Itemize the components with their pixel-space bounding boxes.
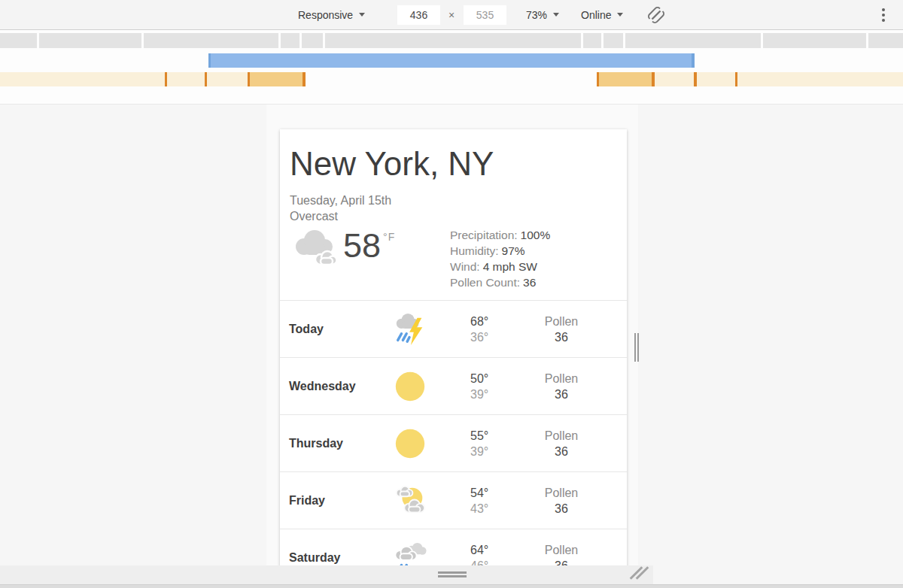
- forecast-day-label: Friday: [280, 494, 378, 508]
- ruler-block: [583, 33, 601, 48]
- page-title: New York, NY: [290, 144, 616, 183]
- media-query-segment-medium[interactable]: [250, 72, 303, 86]
- device-type-label: Responsive: [298, 9, 353, 21]
- forecast-row-friday: Friday 54°43° Pollen36: [280, 472, 627, 529]
- temperature-unit: °F: [383, 231, 395, 243]
- media-query-segment-light[interactable]: [737, 72, 903, 86]
- device-type-select[interactable]: Responsive: [298, 0, 365, 29]
- media-query-bars-area: [0, 30, 903, 105]
- current-condition: Overcast: [290, 208, 627, 224]
- ruler-block: [302, 33, 323, 48]
- zoom-select[interactable]: 73%: [526, 0, 559, 29]
- window-bottom-edge: [0, 584, 903, 588]
- media-query-segment-light[interactable]: [207, 72, 248, 86]
- ruler-block: [763, 33, 866, 48]
- vertical-ellipsis-menu-icon[interactable]: [874, 7, 892, 23]
- forecast-day-label: Wednesday: [280, 380, 378, 393]
- viewport-width-input[interactable]: 436: [397, 5, 440, 25]
- forecast-temps: 68°36°: [442, 314, 512, 345]
- forecast-row-thursday: Thursday 55°39° Pollen36: [280, 415, 627, 472]
- ruler-block: [144, 33, 278, 48]
- media-query-segment-light[interactable]: [697, 72, 735, 86]
- current-temperature: 58°F: [343, 227, 395, 272]
- viewport-height-input[interactable]: 535: [464, 5, 506, 25]
- sunny-icon: [393, 426, 427, 461]
- detail-pollen-count: Pollen Count:36: [450, 274, 550, 290]
- forecast-row-today: Today 68°36° Pollen36: [280, 301, 627, 358]
- canvas-lower-strip: [0, 565, 653, 584]
- current-date: Tuesday, April 15th: [290, 192, 627, 208]
- forecast-pollen: Pollen36: [512, 485, 611, 517]
- media-query-bar-min-width[interactable]: [208, 53, 695, 68]
- zoom-level-label: 73%: [526, 9, 547, 21]
- chevron-down-icon: [553, 13, 559, 17]
- weather-details-list: Precipitation:100% Humidity:97% Wind:4 m…: [450, 227, 550, 290]
- partly-cloudy-icon: [393, 483, 427, 518]
- viewport-bottom-resize-handle[interactable]: [438, 571, 467, 578]
- forecast-temps: 64°46°: [442, 542, 512, 566]
- device-toolbar: Responsive 436 × 535 73% Online: [0, 0, 903, 30]
- media-query-bar-max-width: [0, 72, 903, 86]
- forecast-pollen: Pollen36: [512, 371, 611, 402]
- ruler-block: [625, 33, 761, 48]
- ruler-block: [868, 33, 903, 48]
- ruler-block: [281, 33, 299, 48]
- forecast-temps: 54°43°: [442, 485, 512, 517]
- ruler-block: [39, 33, 141, 48]
- thunderstorm-icon: [393, 312, 427, 347]
- dimension-separator: ×: [445, 0, 458, 29]
- media-query-segment-divider: [303, 72, 306, 86]
- forecast-row-saturday: Saturday 64°46° Pollen36: [280, 529, 627, 565]
- ruler-block: [325, 33, 581, 48]
- forecast-pollen: Pollen36: [512, 314, 611, 345]
- forecast-day-label: Thursday: [280, 437, 378, 450]
- chevron-down-icon: [359, 13, 365, 17]
- detail-precipitation: Precipitation:100%: [450, 227, 550, 243]
- current-conditions: 58°F Precipitation:100% Humidity:97% Win…: [280, 227, 627, 292]
- weather-card: New York, NY Tuesday, April 15th Overcas…: [280, 129, 627, 565]
- devtools-device-emulation-screen: Responsive 436 × 535 73% Online: [0, 0, 903, 588]
- forecast-pollen: Pollen36: [512, 428, 611, 459]
- ruler-block: [604, 33, 623, 48]
- media-query-segment-light[interactable]: [167, 72, 205, 86]
- detail-humidity: Humidity:97%: [450, 243, 550, 259]
- ruler-block: [0, 33, 37, 48]
- media-query-segment-medium[interactable]: [599, 72, 652, 86]
- emulated-viewport: New York, NY Tuesday, April 15th Overcas…: [266, 105, 638, 565]
- forecast-row-wednesday: Wednesday 50°39° Pollen36: [280, 358, 627, 415]
- forecast-pollen: Pollen36: [512, 542, 611, 566]
- rotate-viewport-icon[interactable]: [647, 6, 665, 24]
- network-throttling-select[interactable]: Online: [581, 0, 623, 29]
- viewport-corner-resize-handle[interactable]: [629, 563, 650, 583]
- clouds-icon: [292, 227, 339, 268]
- device-canvas: New York, NY Tuesday, April 15th Overcas…: [0, 105, 903, 588]
- sunny-icon: [393, 369, 427, 404]
- forecast-day-label: Today: [280, 323, 378, 336]
- chevron-down-icon: [617, 13, 623, 17]
- rain-icon: [393, 541, 427, 566]
- media-query-segment-light[interactable]: [0, 72, 165, 86]
- forecast-list: Today 68°36° Pollen36 Wednesday 50°39° P…: [280, 300, 627, 565]
- forecast-temps: 50°39°: [442, 371, 512, 402]
- forecast-day-label: Saturday: [280, 551, 378, 565]
- viewport-right-resize-handle[interactable]: [634, 333, 642, 362]
- throttling-label: Online: [581, 9, 611, 21]
- media-query-segment-light[interactable]: [655, 72, 694, 86]
- device-ruler: [0, 33, 903, 48]
- detail-wind: Wind:4 mph SW: [450, 259, 550, 274]
- forecast-temps: 55°39°: [442, 428, 512, 459]
